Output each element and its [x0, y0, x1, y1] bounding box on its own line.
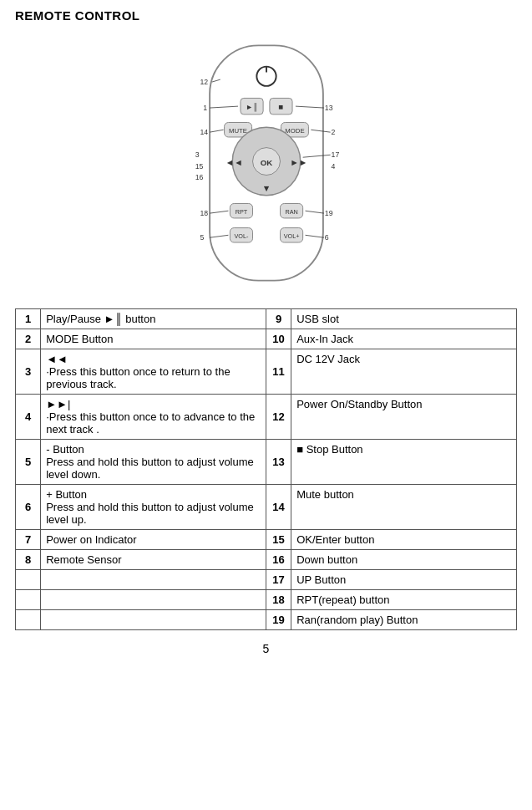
- item-desc: Play/Pause ►║ button: [41, 309, 266, 329]
- item-num: 5: [16, 440, 41, 485]
- item-desc: + ButtonPress and hold this button to ad…: [41, 485, 266, 530]
- svg-text:16: 16: [195, 173, 203, 181]
- reference-table: 1Play/Pause ►║ button9USB slot2MODE Butt…: [15, 308, 517, 630]
- svg-text:6: 6: [324, 233, 328, 242]
- item-desc-right: ■ Stop Button: [291, 440, 517, 485]
- svg-text:14: 14: [200, 128, 208, 136]
- item-desc-right: OK/Enter button: [291, 530, 517, 550]
- item-num-right: 11: [266, 349, 291, 395]
- svg-text:►►: ►►: [290, 157, 307, 167]
- item-num: 6: [16, 485, 41, 530]
- item-desc-right: DC 12V Jack: [291, 349, 517, 395]
- item-num-right: 14: [266, 485, 291, 530]
- item-desc-right: UP Button: [291, 570, 517, 590]
- item-desc: MODE Button: [41, 329, 266, 349]
- item-desc: Remote Sensor: [41, 550, 266, 570]
- table-row: 1Play/Pause ►║ button9USB slot: [16, 309, 517, 329]
- remote-image: ►║ ■ MUTE MODE OK ◄◄ ►► ▼ RPT RAN VOL- V…: [15, 29, 517, 297]
- svg-text:5: 5: [200, 233, 204, 242]
- svg-text:■: ■: [278, 102, 283, 111]
- item-desc-right: Aux-In Jack: [291, 329, 517, 349]
- item-num-right: 10: [266, 329, 291, 349]
- svg-text:1: 1: [203, 104, 207, 112]
- table-row: 4►►|·Press this button once to to advanc…: [16, 395, 517, 440]
- item-num-right: 9: [266, 309, 291, 329]
- svg-text:◄◄: ◄◄: [225, 157, 242, 167]
- svg-text:VOL+: VOL+: [283, 232, 299, 240]
- item-num-right: 18: [266, 590, 291, 610]
- item-desc-right: Power On/Standby Button: [291, 395, 517, 440]
- item-desc: ►►|·Press this button once to to advance…: [41, 395, 266, 440]
- item-desc-right: Ran(random play) Button: [291, 610, 517, 630]
- table-row: 3◄◄·Press this button once to return to …: [16, 349, 517, 395]
- item-num: 4: [16, 395, 41, 440]
- item-desc: ◄◄·Press this button once to return to t…: [41, 349, 266, 395]
- table-row: 2MODE Button10Aux-In Jack: [16, 329, 517, 349]
- svg-text:MUTE: MUTE: [229, 127, 247, 135]
- svg-text:19: 19: [324, 209, 332, 217]
- page-title: REMOTE CONTROL: [15, 8, 517, 23]
- svg-text:RPT: RPT: [235, 208, 247, 216]
- table-row: 5- ButtonPress and hold this button to a…: [16, 440, 517, 485]
- item-num-right: 17: [266, 570, 291, 590]
- svg-text:►║: ►║: [246, 103, 258, 112]
- item-num-right: 16: [266, 550, 291, 570]
- item-num-right: 19: [266, 610, 291, 630]
- svg-text:▼: ▼: [261, 183, 271, 193]
- table-row: 17UP Button: [16, 570, 517, 590]
- page-number: 5: [15, 642, 517, 655]
- item-num: 3: [16, 349, 41, 395]
- svg-text:17: 17: [331, 150, 339, 159]
- item-desc-right: Mute button: [291, 485, 517, 530]
- item-num-right: 15: [266, 530, 291, 550]
- table-row: 8Remote Sensor16Down button: [16, 550, 517, 570]
- svg-text:VOL-: VOL-: [234, 232, 249, 240]
- item-num: 1: [16, 309, 41, 329]
- item-desc-right: Down button: [291, 550, 517, 570]
- item-num-right: 12: [266, 395, 291, 440]
- table-row: 6+ ButtonPress and hold this button to a…: [16, 485, 517, 530]
- table-row: 7Power on Indicator15OK/Enter button: [16, 530, 517, 550]
- item-num-right: 13: [266, 440, 291, 485]
- svg-text:18: 18: [200, 209, 208, 217]
- svg-text:MODE: MODE: [285, 127, 304, 135]
- svg-text:RAN: RAN: [285, 208, 297, 216]
- svg-text:3: 3: [195, 150, 199, 159]
- table-row: 19Ran(random play) Button: [16, 610, 517, 630]
- svg-text:12: 12: [200, 78, 208, 86]
- table-row: 18RPT(repeat) button: [16, 590, 517, 610]
- svg-text:OK: OK: [260, 158, 272, 167]
- item-desc: Power on Indicator: [41, 530, 266, 550]
- item-num: 8: [16, 550, 41, 570]
- svg-text:13: 13: [324, 104, 332, 112]
- item-desc: - ButtonPress and hold this button to ad…: [41, 440, 266, 485]
- item-num: 7: [16, 530, 41, 550]
- item-desc-right: USB slot: [291, 309, 517, 329]
- item-num: 2: [16, 329, 41, 349]
- svg-text:15: 15: [195, 162, 203, 171]
- svg-text:2: 2: [331, 128, 335, 136]
- item-desc-right: RPT(repeat) button: [291, 590, 517, 610]
- svg-text:4: 4: [331, 162, 335, 171]
